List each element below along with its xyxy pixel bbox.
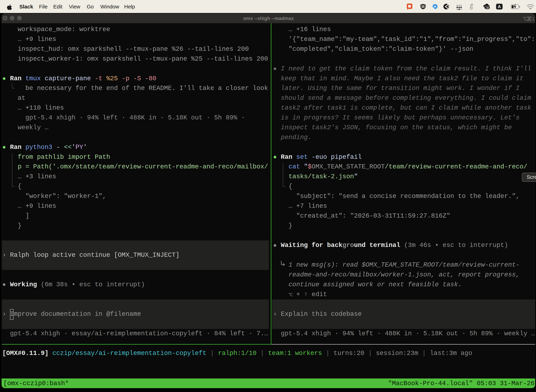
svg-text:1: 1: [532, 16, 535, 22]
svg-text:..61: ..61: [485, 7, 489, 9]
